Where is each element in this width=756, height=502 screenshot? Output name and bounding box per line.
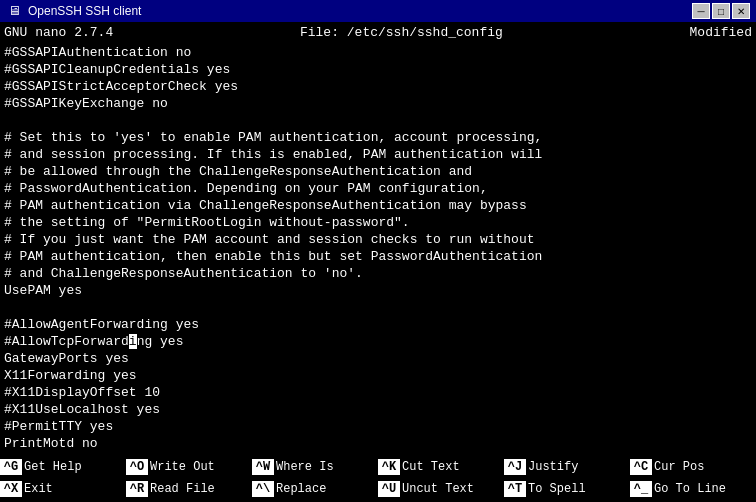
maximize-button[interactable]: □ <box>712 3 730 19</box>
shortcut-item[interactable]: ^RRead File <box>126 478 252 500</box>
shortcut-label: Get Help <box>24 460 82 474</box>
shortcut-label: To Spell <box>528 482 586 496</box>
shortcut-bar: ^GGet Help^OWrite Out^WWhere Is^KCut Tex… <box>0 456 756 500</box>
shortcut-label: Write Out <box>150 460 215 474</box>
shortcut-item[interactable]: ^CCur Pos <box>630 456 756 478</box>
nano-version: GNU nano 2.7.4 <box>4 25 113 40</box>
shortcut-label: Where Is <box>276 460 334 474</box>
shortcut-item[interactable]: ^KCut Text <box>378 456 504 478</box>
shortcut-item[interactable]: ^TTo Spell <box>504 478 630 500</box>
shortcut-item[interactable]: ^UUncut Text <box>378 478 504 500</box>
shortcut-label: Uncut Text <box>402 482 474 496</box>
shortcut-item[interactable]: ^XExit <box>0 478 126 500</box>
shortcut-item[interactable]: ^WWhere Is <box>252 456 378 478</box>
close-button[interactable]: ✕ <box>732 3 750 19</box>
shortcut-key: ^J <box>504 459 526 475</box>
shortcut-key: ^U <box>378 481 400 497</box>
title-bar: 🖥 OpenSSH SSH client ─ □ ✕ <box>0 0 756 22</box>
shortcut-label: Replace <box>276 482 326 496</box>
window-controls: ─ □ ✕ <box>692 3 750 19</box>
shortcut-key: ^O <box>126 459 148 475</box>
shortcut-key: ^R <box>126 481 148 497</box>
shortcut-row-2: ^XExit^RRead File^\Replace^UUncut Text^T… <box>0 478 756 500</box>
shortcut-key: ^K <box>378 459 400 475</box>
file-path: File: /etc/ssh/sshd_config <box>300 25 503 40</box>
nano-header: GNU nano 2.7.4 File: /etc/ssh/sshd_confi… <box>0 22 756 42</box>
text-cursor: i <box>129 334 137 349</box>
shortcut-label: Exit <box>24 482 53 496</box>
title-bar-left: 🖥 OpenSSH SSH client <box>6 3 141 19</box>
shortcut-key: ^X <box>0 481 22 497</box>
shortcut-label: Cut Text <box>402 460 460 474</box>
modified-status: Modified <box>690 25 752 40</box>
app-icon: 🖥 <box>6 3 22 19</box>
shortcut-label: Cur Pos <box>654 460 704 474</box>
shortcut-row-1: ^GGet Help^OWrite Out^WWhere Is^KCut Tex… <box>0 456 756 478</box>
shortcut-label: Go To Line <box>654 482 726 496</box>
shortcut-item[interactable]: ^\Replace <box>252 478 378 500</box>
shortcut-label: Read File <box>150 482 215 496</box>
shortcut-key: ^T <box>504 481 526 497</box>
shortcut-item[interactable]: ^JJustify <box>504 456 630 478</box>
shortcut-key: ^\ <box>252 481 274 497</box>
shortcut-key: ^G <box>0 459 22 475</box>
shortcut-key: ^C <box>630 459 652 475</box>
shortcut-item[interactable]: ^OWrite Out <box>126 456 252 478</box>
shortcut-item[interactable]: ^GGet Help <box>0 456 126 478</box>
minimize-button[interactable]: ─ <box>692 3 710 19</box>
shortcut-item[interactable]: ^_Go To Line <box>630 478 756 500</box>
shortcut-label: Justify <box>528 460 578 474</box>
window-title: OpenSSH SSH client <box>28 4 141 18</box>
shortcut-key: ^_ <box>630 481 652 497</box>
shortcut-key: ^W <box>252 459 274 475</box>
editor-area[interactable]: #GSSAPIAuthentication no #GSSAPICleanupC… <box>0 42 756 456</box>
